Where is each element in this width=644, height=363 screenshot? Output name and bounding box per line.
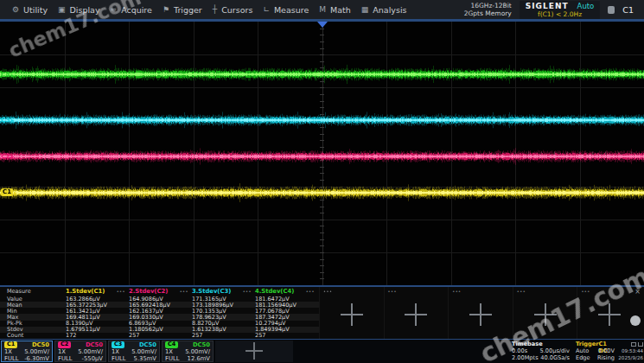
scale-label: 5.00mV/ <box>131 348 156 355</box>
gear-icon: ⚙ <box>12 6 19 14</box>
measure-empty-slot[interactable]: ••• <box>448 287 513 339</box>
coupling-label: DC50 <box>139 341 156 348</box>
menu-label: Display <box>70 5 100 15</box>
scale-label: 5.00mV/ <box>185 348 210 355</box>
probe-label: 1X <box>4 348 12 355</box>
active-channel-indicator[interactable]: C1 <box>622 5 637 15</box>
brand-status-box: SIGLENT Auto f(C1) < 2.0Hz <box>520 1 601 19</box>
channel-position-marker-c2[interactable]: C2▶ <box>1 152 15 160</box>
add-measurement-icon <box>405 303 427 326</box>
menu-item-utility[interactable]: ⚙Utility <box>7 0 53 19</box>
waveform-display[interactable]: C1▶ C2▶ C3▶ C4▶ <box>0 22 644 285</box>
menu-item-measure[interactable]: ∟Measure <box>258 0 314 19</box>
probe-label: 1X <box>165 348 173 355</box>
menu-item-acquire[interactable]: ≈Acquire <box>105 0 157 19</box>
menu-item-math[interactable]: MMath <box>314 0 356 19</box>
add-measurement-icon <box>341 303 363 326</box>
menu-bar: ⚙Utility ▣Display ≈Acquire ⚑Trigger ┼Cur… <box>0 0 644 19</box>
offset-label: 12.6mV <box>188 355 210 362</box>
coupling-label: DC50 <box>32 341 49 348</box>
measure-empty-slot[interactable]: ••• <box>513 287 577 339</box>
bandwidth-limit-label: FULL <box>165 355 179 362</box>
measure-empty-slot[interactable]: ••• <box>319 287 384 339</box>
trigger-mode: Auto <box>576 347 589 354</box>
scale-label: 5.00mV/ <box>78 348 103 355</box>
menu-item-trigger[interactable]: ⚑Trigger <box>157 0 207 19</box>
trigger-box[interactable]: TriggerC1 DC Auto0.00V EdgeRising <box>573 341 617 362</box>
more-options-icon[interactable]: ••• <box>306 289 315 294</box>
date-label: 2025/9/26 <box>617 354 643 361</box>
add-channel-icon <box>245 342 263 360</box>
close-icon[interactable]: × <box>634 289 641 296</box>
more-options-icon: ••• <box>388 289 397 294</box>
add-measurement-icon <box>469 303 492 326</box>
measure-empty-slot[interactable]: ••• <box>577 287 641 339</box>
channel-box-c3[interactable]: C3DC50 1X5.00mV/ FULL5.35mV <box>108 341 160 362</box>
menu-label: Measure <box>274 5 309 15</box>
more-options-icon: ••• <box>517 289 526 294</box>
more-options-icon[interactable]: ••• <box>117 289 125 294</box>
marker-arrow-icon: ▶ <box>11 73 15 78</box>
more-options-icon[interactable]: ••• <box>180 289 188 294</box>
flag-icon: ⚑ <box>163 6 169 14</box>
measure-col-header-c4[interactable]: 4.Stdev(C4) <box>255 288 294 295</box>
trigger-title: Trigger <box>576 341 598 347</box>
measure-empty-slot[interactable]: ••• <box>384 287 449 339</box>
add-channel-button[interactable] <box>215 341 293 362</box>
more-options-icon: ••• <box>323 289 332 294</box>
channel-position-marker-c4[interactable]: C4▶ <box>1 71 15 79</box>
channel-box-c4[interactable]: C4DC50 1X5.00mV/ FULL12.6mV <box>162 341 214 362</box>
waveform-icon: ≈ <box>111 6 118 14</box>
menu-item-display[interactable]: ▣Display <box>53 0 105 19</box>
channel-label-c1: C1 <box>1 188 13 196</box>
system-specs: 16GHz-12Bit 2Gpts Memory <box>464 2 512 17</box>
timebase-scale: 5.00µs/div <box>540 347 570 354</box>
channel-badge: C2 <box>58 341 71 348</box>
channel-position-marker-c3[interactable]: C3▶ <box>1 116 15 124</box>
menu-label: Math <box>330 5 351 15</box>
bandwidth-limit-label: FULL <box>112 355 125 362</box>
more-options-icon[interactable]: ••• <box>243 289 252 294</box>
timebase-box[interactable]: Timebase 0.00s5.00µs/div 2.00Mpts40.0GSa… <box>509 341 572 362</box>
offset-label: -6.30mV <box>24 355 49 362</box>
channel-label-c2: C2 <box>1 152 10 160</box>
sample-rate: 40.0GSa/s <box>540 354 570 361</box>
add-measurement-icon <box>598 303 621 326</box>
scale-label: 5.00mV/ <box>24 348 49 355</box>
menu-label: Analysis <box>373 5 406 15</box>
menu-label: Trigger <box>174 5 202 15</box>
timebase-points: 2.00Mpts <box>512 354 539 361</box>
brand-logo: SIGLENT <box>526 2 569 10</box>
drag-handle[interactable] <box>630 315 641 326</box>
measure-col-header-c2[interactable]: 2.Stdev(C2) <box>129 288 168 295</box>
marker-arrow-icon: ▶ <box>11 118 15 123</box>
probe-label: 1X <box>58 348 66 355</box>
waveform-canvas[interactable] <box>0 22 644 285</box>
trigger-slope: Rising <box>597 354 615 361</box>
trigger-source: C1 DC <box>598 341 615 347</box>
time-label: 09:53:44 <box>617 347 643 354</box>
bandwidth-limit-label: FULL <box>4 355 18 362</box>
crosshair-icon: ┼ <box>213 6 217 14</box>
menu-item-cursors[interactable]: ┼Cursors <box>207 0 258 19</box>
measure-col-header-c3[interactable]: 3.Stdev(C3) <box>192 288 231 295</box>
peripheral-icon <box>608 6 615 14</box>
add-measurement-icon <box>534 303 557 326</box>
measure-col-header-c1[interactable]: 1.Stdev(C1) <box>66 288 105 295</box>
display-icon: ▣ <box>58 6 66 14</box>
more-options-icon: ••• <box>581 289 590 294</box>
acquisition-status[interactable]: Auto <box>577 2 595 10</box>
trigger-level: 0.00V <box>598 347 615 354</box>
channel-badge: C4 <box>165 341 178 348</box>
measure-title: Measure <box>0 288 66 295</box>
channel-box-c2[interactable]: C2DC50 1X5.00mV/ FULL-550µV <box>54 341 106 362</box>
menu-item-analysis[interactable]: ▦Analysis <box>356 0 412 19</box>
trigger-position-indicator[interactable] <box>317 22 328 28</box>
measure-empty-slots: ••• ••• ••• ••• ••• <box>319 287 641 339</box>
channel-badge: C1 <box>4 341 17 348</box>
timebase-delay: 0.00s <box>512 347 527 354</box>
channel-position-marker-c1[interactable]: C1▶ <box>1 188 17 196</box>
marker-arrow-icon: ▶ <box>11 154 15 159</box>
channel-box-c1[interactable]: C1DC50 1X5.00mV/ FULL-6.30mV <box>1 341 53 362</box>
bandwidth-label: 16GHz-12Bit <box>464 2 512 10</box>
